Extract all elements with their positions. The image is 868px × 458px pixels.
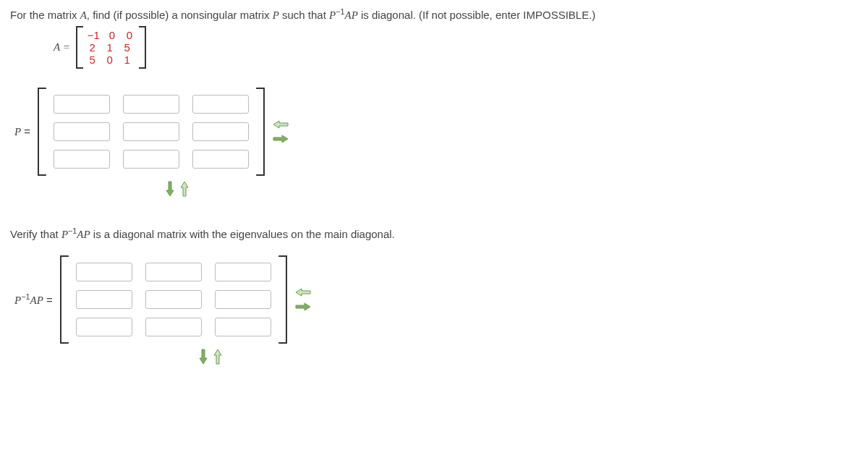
- exp: −1: [68, 226, 77, 235]
- var-P: P: [273, 9, 279, 21]
- svg-marker-0: [273, 121, 288, 128]
- matrix-cell: 0: [105, 54, 115, 66]
- eq: =: [21, 125, 30, 137]
- input-row: [54, 122, 249, 141]
- svg-marker-2: [166, 182, 174, 196]
- matrix-cell: 5: [122, 41, 132, 54]
- var-AP: AP: [77, 229, 90, 240]
- bracket-left: [38, 88, 46, 176]
- bracket-right: [139, 26, 146, 69]
- expr-P: P: [329, 9, 336, 21]
- PAP-answer-block: P−1AP =: [14, 255, 858, 344]
- matrix-A-label: A =: [54, 41, 70, 54]
- remove-row-icon[interactable]: [213, 348, 223, 365]
- matrix-A-body: −1 0 0 2 1 5 5 0 1: [83, 26, 139, 69]
- var-A: A: [80, 9, 87, 21]
- matrix-A: −1 0 0 2 1 5 5 0 1: [76, 26, 146, 69]
- matrix-cell: 2: [88, 41, 98, 54]
- matrix-input[interactable]: [123, 122, 179, 141]
- matrix-input[interactable]: [215, 263, 271, 281]
- matrix-cell: 1: [122, 54, 132, 66]
- text: Verify that: [10, 228, 61, 240]
- matrix-A-definition: A = −1 0 0 2 1 5 5 0 1: [54, 26, 858, 69]
- P-input-grid: [46, 88, 256, 176]
- input-row: [54, 150, 249, 169]
- matrix-input[interactable]: [76, 318, 132, 336]
- matrix-input[interactable]: [145, 263, 202, 281]
- bracket-right: [256, 88, 265, 176]
- svg-marker-4: [296, 289, 310, 296]
- matrix-input[interactable]: [192, 150, 249, 169]
- input-row: [76, 318, 271, 336]
- input-row: [76, 263, 271, 281]
- matrix-row: 5 0 1: [88, 54, 135, 66]
- PAP-label: P−1AP =: [14, 292, 53, 307]
- svg-marker-1: [273, 135, 288, 143]
- matrix-input[interactable]: [123, 95, 179, 114]
- PAP-input-grid: [69, 255, 278, 344]
- matrix-input[interactable]: [145, 318, 202, 336]
- bracket-left: [60, 255, 69, 344]
- matrix-input[interactable]: [76, 290, 132, 309]
- P-matrix: [38, 88, 265, 176]
- matrix-input[interactable]: [145, 290, 202, 309]
- column-arrows: [272, 119, 289, 144]
- matrix-input[interactable]: [54, 150, 110, 169]
- verify-statement: Verify that P−1AP is a diagonal matrix w…: [10, 226, 858, 241]
- bracket-left: [76, 26, 83, 69]
- expr-AP: AP: [345, 9, 358, 21]
- matrix-cell: 5: [88, 54, 98, 66]
- svg-marker-6: [200, 349, 207, 364]
- matrix-row: −1 0 0: [88, 29, 135, 41]
- matrix-input[interactable]: [215, 318, 271, 336]
- P-answer-block: P =: [14, 88, 858, 176]
- matrix-input[interactable]: [54, 122, 110, 141]
- var-AP: AP: [30, 294, 43, 306]
- text: such that: [279, 9, 329, 21]
- row-arrows: [35, 180, 858, 198]
- matrix-cell: 1: [105, 41, 115, 54]
- remove-column-icon[interactable]: [272, 119, 289, 130]
- bracket-right: [278, 255, 287, 344]
- add-column-icon[interactable]: [272, 134, 289, 144]
- row-arrows: [68, 348, 858, 365]
- text: For the matrix: [10, 9, 80, 21]
- var-P: P: [14, 294, 21, 306]
- matrix-input[interactable]: [54, 95, 110, 114]
- problem-statement: For the matrix A, find (if possible) a n…: [10, 7, 858, 22]
- matrix-cell: 0: [124, 29, 135, 41]
- matrix-input[interactable]: [192, 95, 249, 114]
- expr-exp: −1: [336, 7, 344, 16]
- matrix-cell: 0: [107, 29, 117, 41]
- PAP-matrix: [60, 255, 287, 344]
- matrix-input[interactable]: [192, 122, 249, 141]
- P-label: P =: [14, 125, 30, 138]
- matrix-input[interactable]: [123, 150, 179, 169]
- svg-marker-3: [181, 182, 188, 196]
- matrix-cell: −1: [88, 29, 100, 41]
- add-row-icon[interactable]: [198, 348, 208, 365]
- var-P: P: [14, 126, 21, 137]
- input-row: [76, 290, 271, 309]
- input-row: [54, 95, 249, 114]
- matrix-input[interactable]: [76, 263, 132, 281]
- add-column-icon[interactable]: [294, 302, 312, 312]
- text: , find (if possible) a nonsingular matri…: [87, 9, 273, 21]
- svg-marker-5: [296, 303, 310, 310]
- exp: −1: [21, 292, 30, 301]
- matrix-row: 2 1 5: [88, 41, 135, 54]
- column-arrows: [294, 287, 312, 312]
- add-row-icon[interactable]: [165, 180, 175, 198]
- text: is a diagonal matrix with the eigenvalue…: [90, 228, 395, 240]
- eq: =: [43, 294, 53, 306]
- svg-marker-7: [214, 349, 221, 364]
- remove-row-icon[interactable]: [179, 180, 190, 198]
- var-P: P: [61, 229, 68, 240]
- remove-column-icon[interactable]: [294, 287, 312, 297]
- text: is diagonal. (If not possible, enter IMP…: [358, 9, 596, 21]
- matrix-input[interactable]: [215, 290, 271, 309]
